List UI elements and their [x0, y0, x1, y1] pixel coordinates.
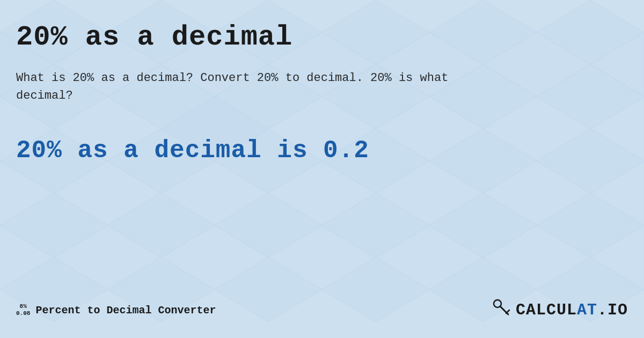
result-text: 20% as a decimal is 0.2 — [16, 137, 628, 165]
calculator-icon — [492, 298, 511, 322]
page-description: What is 20% as a decimal? Convert 20% to… — [16, 69, 478, 105]
logo-text: CALCULAT.IO — [516, 301, 628, 319]
footer-left: 8% 0.08 Percent to Decimal Converter — [16, 303, 216, 317]
footer-label: Percent to Decimal Converter — [35, 304, 216, 317]
badge-top: 8% — [20, 303, 27, 310]
page-title: 20% as a decimal — [16, 21, 628, 53]
calculat-logo: CALCULAT.IO — [516, 301, 628, 319]
footer: 8% 0.08 Percent to Decimal Converter CAL… — [16, 298, 628, 322]
footer-badge: 8% 0.08 — [16, 303, 30, 317]
main-content: 20% as a decimal What is 20% as a decima… — [0, 0, 644, 338]
badge-bottom: 0.08 — [16, 310, 30, 317]
result-section: 20% as a decimal is 0.2 — [16, 137, 628, 165]
footer-right: CALCULAT.IO — [492, 298, 628, 322]
